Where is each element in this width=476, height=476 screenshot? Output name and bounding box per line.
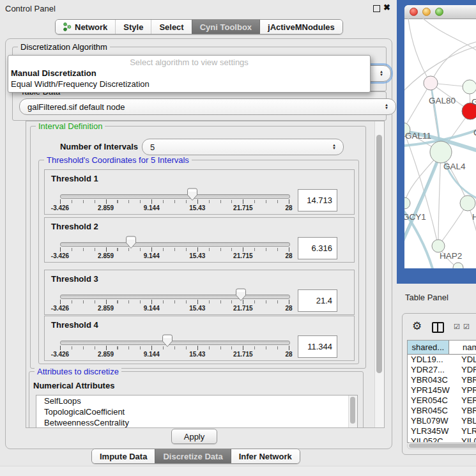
mac-minimize-light[interactable]: [422, 8, 431, 16]
attributes-scrollbar-thumb[interactable]: [350, 397, 355, 424]
threshold-value-field[interactable]: 11.344: [298, 335, 337, 358]
threshold-slider-track[interactable]: [60, 194, 290, 199]
attribute-items: SelfLoopsTopologicalCoefficientBetweenne…: [36, 395, 357, 428]
slider-tick-label: 21.715: [233, 204, 253, 211]
tab-network[interactable]: Network: [56, 20, 115, 34]
attribute-item-selfloops[interactable]: SelfLoops: [36, 395, 357, 406]
network-canvas[interactable]: GAL80GACGAL11GAL4GCY1HHAP2: [404, 19, 476, 268]
mac-close-light[interactable]: [410, 8, 418, 16]
network-node[interactable]: [453, 263, 463, 268]
table-row[interactable]: YBR043CYBR0: [408, 375, 476, 385]
table-data-group: Table Data galFiltered.sif default node …: [12, 91, 387, 121]
table-hscrollbar[interactable]: [407, 442, 476, 449]
column-header-name[interactable]: name: [449, 341, 476, 354]
slider-tick-label: -3.426: [51, 305, 69, 312]
slider-major-ticks: [60, 247, 289, 252]
table-panel-title: Table Panel: [405, 293, 449, 302]
slider-tick-label: 9.144: [144, 305, 160, 312]
slider-major-ticks: [60, 346, 289, 350]
network-edge: [404, 83, 431, 130]
slider-tick-label: 15.43: [189, 204, 205, 211]
cell-shared-name: YLR345W: [408, 426, 456, 436]
mac-zoom-light[interactable]: [435, 8, 443, 16]
network-node-label: GAL80: [429, 96, 456, 105]
close-icon[interactable]: ✖: [383, 3, 390, 12]
threshold-slider-track[interactable]: [60, 341, 290, 345]
slider-major-ticks: [60, 199, 289, 204]
attributes-group: Attributes to discretize Numerical Attri…: [29, 371, 364, 428]
network-edge: [438, 152, 441, 246]
cell-shared-name: YER054C: [408, 395, 456, 406]
columns-icon[interactable]: [432, 322, 444, 333]
tab-label: Cyni Toolbox: [200, 22, 252, 32]
settings-scrollbar-thumb[interactable]: [376, 135, 382, 373]
table-row[interactable]: YBR045CYBR0: [408, 406, 476, 416]
table-data-selected-value: galFiltered.sif default node: [27, 102, 125, 112]
cell-shared-name: YBR043C: [408, 375, 456, 385]
network-node-ga[interactable]: [463, 80, 476, 94]
apply-button[interactable]: Apply: [171, 429, 217, 444]
slider-tick-label: 28: [285, 252, 292, 259]
table-row[interactable]: YBL079WYBL0: [408, 416, 476, 426]
cell-shared-name: YPR145W: [408, 385, 456, 395]
attribute-item-topologicalcoefficient[interactable]: TopologicalCoefficient: [36, 406, 357, 417]
network-graph: GAL80GACGAL11GAL4GCY1HHAP2: [404, 19, 476, 268]
network-node-hap2[interactable]: [432, 240, 445, 252]
slider-tick-label: 9.144: [144, 252, 160, 259]
slider-tick-label: 15.43: [189, 351, 205, 358]
table-row[interactable]: YLR345WYLR3: [408, 426, 476, 436]
network-node-label: GAL4: [443, 162, 466, 171]
tab-style[interactable]: Style: [115, 20, 151, 34]
network-node-label: GCY1: [404, 212, 426, 222]
table-row[interactable]: YDL19...YDL1: [408, 355, 476, 365]
network-node-gal80[interactable]: [424, 76, 438, 90]
checkbox-icon[interactable]: ☑: [454, 323, 460, 331]
combo-arrows-icon: ▲▼: [332, 144, 336, 150]
algorithm-option-manual-discretization[interactable]: Manual Discretization: [11, 68, 96, 78]
network-node-gcy1[interactable]: [404, 197, 410, 209]
cell-name: YER0: [456, 395, 476, 406]
network-window-titlebar[interactable]: [404, 5, 476, 19]
threshold-panel-3: Threshold 3-3.4262.8599.14415.4321.71528…: [44, 270, 355, 315]
threshold-slider-track[interactable]: [60, 242, 290, 247]
threshold-panel-4: Threshold 4-3.4262.8599.14415.4321.71528…: [44, 316, 355, 361]
tab-discretize-data[interactable]: Discretize Data: [155, 449, 230, 463]
discretization-algorithm-group-title: Discretization Algorithm: [18, 42, 110, 52]
settings-scrollbar[interactable]: [374, 121, 384, 427]
attributes-scrollbar[interactable]: [348, 395, 357, 428]
network-node-gal4[interactable]: [430, 141, 452, 163]
network-node-label: H: [472, 212, 476, 222]
tab-cyni-toolbox[interactable]: Cyni Toolbox: [192, 20, 259, 34]
tab-label: Style: [123, 22, 143, 32]
cell-name: YBR0: [456, 406, 476, 416]
network-node-h[interactable]: [460, 196, 475, 211]
gear-icon[interactable]: ⚙: [412, 319, 422, 333]
checkbox-icon[interactable]: ☑: [463, 323, 470, 331]
number-of-intervals-select[interactable]: 5 ▲▼: [142, 139, 344, 155]
tab-select[interactable]: Select: [151, 20, 191, 34]
tab-infer-network[interactable]: Infer Network: [231, 449, 300, 463]
threshold-value-field[interactable]: 14.713: [298, 189, 337, 211]
threshold-label: Threshold 2: [51, 222, 98, 231]
tab-impute-data[interactable]: Impute Data: [92, 449, 155, 463]
tab-label: jActiveMNodules: [268, 22, 335, 32]
threshold-slider-track[interactable]: [60, 295, 290, 299]
table-row[interactable]: YPR145WYPR1: [408, 385, 476, 395]
threshold-value-field[interactable]: 21.4: [298, 289, 337, 312]
threshold-value-field[interactable]: 6.316: [298, 237, 337, 259]
table-hscrollbar-thumb[interactable]: [409, 443, 476, 448]
interval-definition-title: Interval Definition: [36, 121, 105, 131]
column-header-shared-name[interactable]: shared...: [408, 341, 449, 354]
table-row[interactable]: YER054CYER0: [408, 395, 476, 406]
table-row[interactable]: YDR27...YDR2: [408, 365, 476, 375]
combo-arrows-icon: ▲▼: [380, 70, 383, 77]
network-node-label: C: [473, 128, 476, 137]
tab-jactivemnodules[interactable]: jActiveMNodules: [259, 20, 342, 34]
settings-scrollpane: Interval Definition Number of Intervals …: [26, 121, 385, 428]
float-window-icon[interactable]: [373, 5, 380, 12]
slider-tick-label: 21.715: [233, 252, 253, 259]
network-edge: [408, 19, 431, 83]
attribute-item-betweennesscentrality[interactable]: BetweennessCentrality: [36, 417, 357, 428]
table-data-select[interactable]: galFiltered.sif default node ▲▼: [19, 98, 396, 115]
algorithm-option-equal-width-frequency-discretization[interactable]: Equal Width/Frequency Discretization: [11, 79, 150, 89]
